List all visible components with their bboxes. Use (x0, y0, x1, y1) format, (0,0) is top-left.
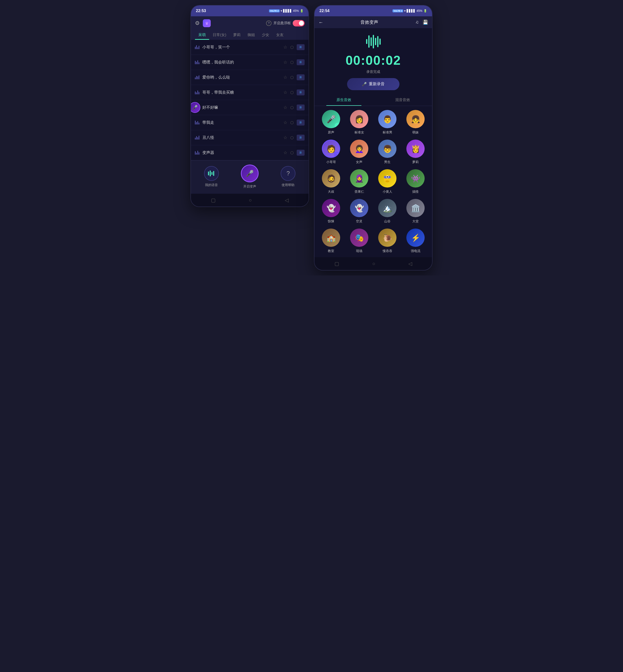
battery-icon-left: 🔋 (300, 9, 304, 12)
tab-daily-female[interactable]: 日常(女) (209, 30, 230, 40)
volte-badge-left: VoLTE 2 (269, 9, 279, 12)
battery-icon-right: 🔋 (423, 9, 427, 12)
export-icon[interactable]: ⬡ (290, 75, 294, 80)
star-icon[interactable]: ☆ (283, 45, 287, 50)
tab-luoli[interactable]: 萝莉 (230, 30, 244, 40)
effect-item-monster[interactable]: 👾 搞怪 (403, 169, 428, 194)
wave-icon (195, 45, 199, 49)
platform-badge[interactable]: 新 (297, 59, 304, 65)
effect-item-valley[interactable]: 🏔️ 山谷 (375, 199, 400, 224)
status-icons-right: VoLTE 2 ▾ ▋▋▋▋ 45% 🔋 (392, 9, 427, 12)
tab-daomeng[interactable]: 呆萌 (195, 30, 209, 40)
wf-bar (380, 38, 381, 45)
platform-badge[interactable]: 新 (297, 135, 304, 141)
effect-name: 惊悚 (328, 219, 334, 224)
star-icon[interactable]: ☆ (283, 90, 287, 95)
platform-badge[interactable]: 新 (297, 89, 304, 95)
platform-badge[interactable]: 新 (297, 105, 304, 111)
effect-item-brother[interactable]: 🧑 🎤 小哥哥 (319, 140, 344, 164)
voice-item[interactable]: 小哥哥，笑一个 ☆ ⬡ 新 (191, 40, 308, 55)
nav-circle-icon[interactable]: ○ (249, 197, 252, 203)
back-button[interactable]: ← (319, 20, 323, 25)
effect-item-boy[interactable]: 👦 男生 (375, 140, 400, 164)
star-icon[interactable]: ☆ (283, 60, 287, 65)
nav-back-icon-right[interactable]: ◁ (408, 261, 412, 267)
export-icon[interactable]: ⬡ (290, 136, 294, 140)
effect-avatar-cute: 👧 (406, 110, 425, 128)
effect-item-femvoice[interactable]: 👩‍🦱 女声 (347, 140, 372, 164)
effect-item-original[interactable]: 🎤 🎤 原声 (319, 110, 344, 135)
effect-item-live[interactable]: 🎭 现场 (347, 229, 372, 253)
re-record-button[interactable]: 🎤 重新录音 (347, 78, 399, 90)
nav-back-icon[interactable]: ◁ (285, 197, 289, 203)
effect-avatar-live: 🎭 (350, 229, 368, 247)
tab-shaonu[interactable]: 少女 (258, 30, 273, 40)
settings-icon[interactable]: ⚙ (195, 20, 200, 26)
my-voice-button[interactable]: 我的语音 (204, 166, 219, 187)
voice-name: 嘿嘿，我会听话的 (202, 60, 283, 65)
export-icon[interactable]: ⬡ (290, 105, 294, 110)
nav-square-icon[interactable]: ▢ (211, 197, 216, 203)
wf-bar (373, 35, 374, 49)
svg-rect-3 (213, 171, 214, 176)
voice-item[interactable]: 哥哥，带我去买糖 ☆ ⬡ 新 (191, 85, 308, 100)
voice-item[interactable]: 变声器 ☆ ⬡ 新 (191, 145, 308, 160)
voice-name: 哥哥，带我去买糖 (202, 90, 283, 95)
voice-item[interactable]: 嘿嘿，我会听话的 ☆ ⬡ 新 (191, 55, 308, 70)
effect-item-female[interactable]: 👩 标准女 (347, 110, 372, 135)
voice-item[interactable]: 好不好嘛 ☆ ⬡ 新 🎤 (191, 100, 308, 115)
export-icon[interactable]: ⬡ (290, 60, 294, 65)
star-icon[interactable]: ☆ (283, 105, 287, 110)
tab-nvyou[interactable]: 女友 (273, 30, 287, 40)
effect-name: 女声 (356, 160, 362, 164)
float-toggle[interactable] (293, 20, 304, 26)
effect-item-cute[interactable]: 👧 萌妹 (403, 110, 428, 135)
header-right-phone: ← 音效变声 ♫ 💾 (315, 16, 432, 28)
start-change-button[interactable]: 🎤 开启变声 (241, 165, 259, 189)
effect-item-littleyellow[interactable]: 小黄人 (375, 169, 400, 194)
nav-square-icon-right[interactable]: ▢ (334, 261, 339, 267)
star-icon[interactable]: ☆ (283, 75, 287, 80)
star-icon[interactable]: ☆ (283, 135, 287, 140)
help-button[interactable]: ? 使用帮助 (280, 166, 295, 187)
effect-name: 标准男 (383, 130, 392, 135)
effect-item-uncle[interactable]: 🧔 大叔 (319, 169, 344, 194)
export-icon[interactable]: ⬡ (290, 90, 294, 95)
help-icon[interactable]: ? (266, 21, 271, 26)
voice-item[interactable]: 带我走 ☆ ⬡ 新 (191, 115, 308, 130)
voice-item[interactable]: 爱你哟，么么哒 ☆ ⬡ 新 (191, 70, 308, 85)
voice-actions: ☆ ⬡ 新 (283, 59, 304, 65)
platform-badge[interactable]: 新 (297, 75, 304, 80)
float-toggle-area: ? 开启悬浮框 (266, 20, 304, 26)
tab-mixed-effect[interactable]: 混音音效 (373, 94, 432, 106)
effect-item-hall[interactable]: 🏛️ 大堂 (403, 199, 428, 224)
export-icon[interactable]: ⬡ (290, 120, 294, 125)
nav-circle-icon-right[interactable]: ○ (372, 261, 375, 267)
effect-item-foreigner[interactable]: 🧕 歪果仁 (347, 169, 372, 194)
floating-mic-button[interactable]: 🎤 (190, 102, 200, 113)
effect-item-ethereal[interactable]: 👻 空灵 (347, 199, 372, 224)
crown-icon[interactable]: ♛ (203, 19, 211, 27)
platform-badge[interactable]: 新 (297, 120, 304, 125)
bottom-bar-left: 我的语音 🎤 开启变声 ? 使用帮助 (191, 160, 308, 194)
music-list-icon[interactable]: ♫ (415, 20, 419, 25)
star-icon[interactable]: ☆ (283, 120, 287, 125)
effect-item-horror[interactable]: 👻 惊悚 (319, 199, 344, 224)
effect-item-electric[interactable]: ⚡ 强电流 (403, 229, 428, 253)
effect-item-moli[interactable]: 👸 萝莉 (403, 140, 428, 164)
tab-yujie[interactable]: 御姐 (244, 30, 258, 40)
export-icon[interactable]: ⬡ (290, 45, 294, 50)
svg-point-7 (387, 176, 388, 178)
star-icon[interactable]: ☆ (283, 150, 287, 155)
tab-original-effect[interactable]: 原生音效 (315, 94, 373, 106)
export-icon[interactable]: ⬡ (290, 150, 294, 155)
platform-badge[interactable]: 新 (297, 150, 304, 156)
nav-bar-left: ▢ ○ ◁ (191, 194, 308, 207)
effect-item-classroom[interactable]: 🏫 教室 (319, 229, 344, 253)
svg-rect-0 (208, 172, 209, 175)
save-icon[interactable]: 💾 (423, 20, 428, 25)
effect-item-male[interactable]: 👨 标准男 (375, 110, 400, 135)
platform-badge[interactable]: 新 (297, 44, 304, 50)
voice-item[interactable]: 丑八怪 ☆ ⬡ 新 (191, 130, 308, 145)
effect-item-slow[interactable]: 🐌 慢吞吞 (375, 229, 400, 253)
